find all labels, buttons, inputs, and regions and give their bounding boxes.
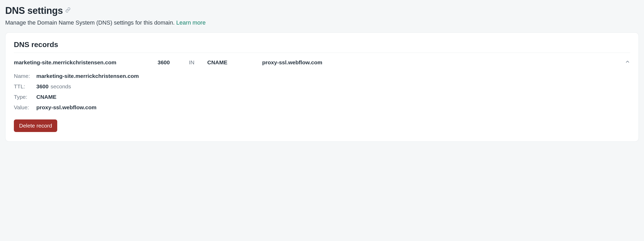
card-title: DNS records (14, 41, 630, 49)
detail-value-ttl: 3600 seconds (36, 83, 630, 90)
record-summary-row[interactable]: marketing-site.merrickchristensen.com 36… (14, 59, 630, 66)
detail-row-ttl: TTL: 3600 seconds (14, 83, 630, 90)
dns-records-card: DNS records marketing-site.merrickchrist… (5, 32, 639, 142)
summary-class: IN (189, 59, 205, 66)
record-details: Name: marketing-site.merrickchristensen.… (14, 73, 630, 111)
detail-label-name: Name: (14, 73, 36, 79)
summary-type: CNAME (207, 59, 260, 66)
delete-record-button[interactable]: Delete record (14, 119, 57, 132)
learn-more-link[interactable]: Learn more (176, 19, 206, 26)
detail-row-value: Value: proxy-ssl.webflow.com (14, 104, 630, 111)
detail-label-type: Type: (14, 94, 36, 100)
page-title: DNS settings (5, 5, 63, 16)
detail-value-type: CNAME (36, 94, 630, 100)
detail-value-value: proxy-ssl.webflow.com (36, 104, 630, 111)
link-icon[interactable] (65, 7, 71, 14)
summary-ttl: 3600 (158, 59, 186, 66)
summary-name: marketing-site.merrickchristensen.com (14, 59, 155, 66)
detail-row-type: Type: CNAME (14, 94, 630, 100)
detail-label-ttl: TTL: (14, 83, 36, 90)
chevron-up-icon[interactable] (625, 59, 630, 66)
page-header: DNS settings Manage the Domain Name Syst… (5, 5, 639, 26)
subtitle-text: Manage the Domain Name System (DNS) sett… (5, 19, 175, 26)
detail-row-name: Name: marketing-site.merrickchristensen.… (14, 73, 630, 79)
title-row: DNS settings (5, 5, 639, 16)
ttl-number: 3600 (36, 83, 49, 89)
detail-label-value: Value: (14, 104, 36, 111)
divider (14, 53, 630, 53)
summary-value: proxy-ssl.webflow.com (262, 59, 617, 66)
page-subtitle: Manage the Domain Name System (DNS) sett… (5, 19, 639, 26)
ttl-unit: seconds (51, 83, 71, 89)
detail-value-name: marketing-site.merrickchristensen.com (36, 73, 630, 79)
